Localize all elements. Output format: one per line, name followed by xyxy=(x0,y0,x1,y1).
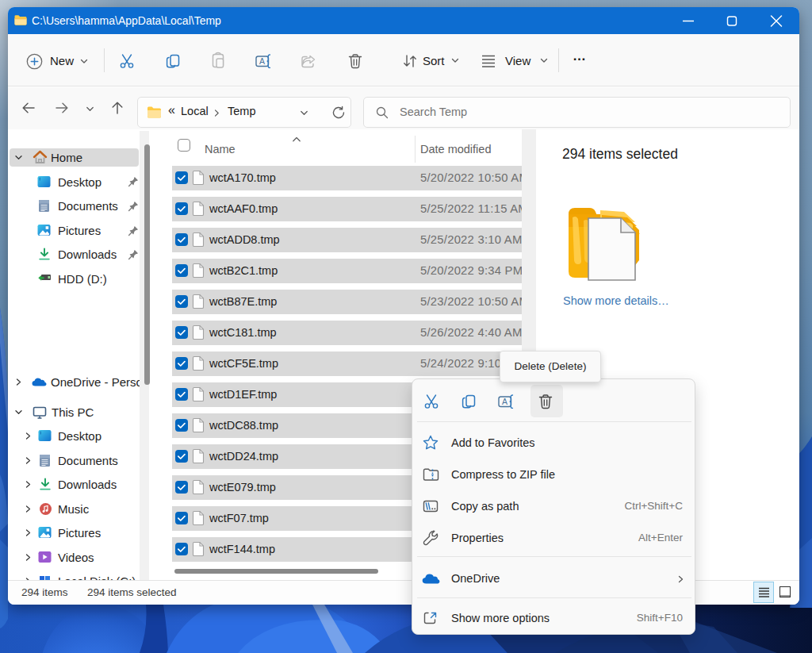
svg-text:A: A xyxy=(502,397,508,406)
svg-text:A: A xyxy=(259,56,265,66)
